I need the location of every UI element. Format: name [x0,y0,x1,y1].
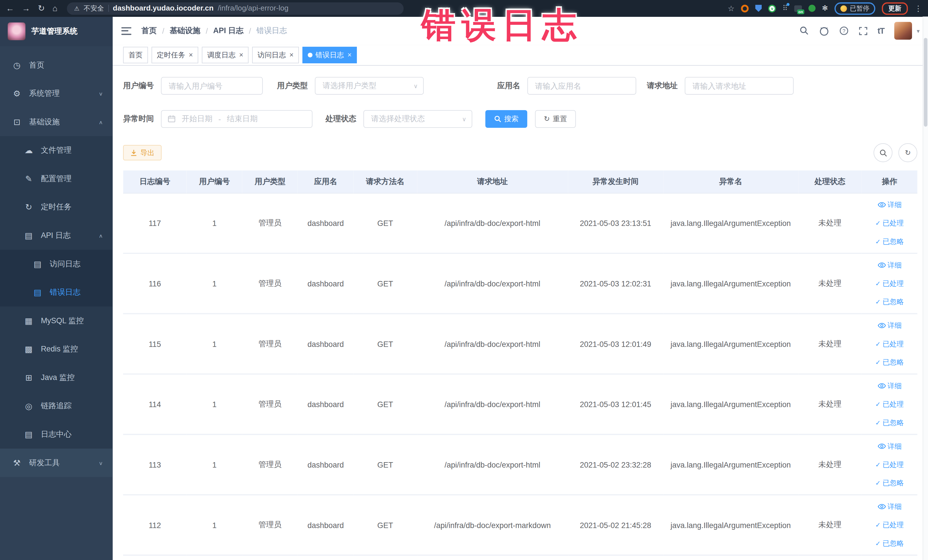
menu-label: 日志中心 [41,429,72,439]
action-label: 详细 [887,381,902,391]
sidebar-item-log-center[interactable]: ▤ 日志中心 [0,420,112,449]
error-log-icon: ▤ [32,288,43,297]
app-logo-row[interactable]: 芋道管理系统 [0,17,112,46]
extension-paw-icon[interactable]: ✻ [822,4,828,12]
user-avatar[interactable] [894,22,912,40]
detail-link[interactable]: 详细 [878,260,902,270]
search-icon[interactable] [799,26,809,35]
sidebar-item-error-log[interactable]: ▤ 错误日志 [0,278,112,307]
eye-icon [878,504,886,510]
breadcrumb-api-log[interactable]: API 日志 [213,25,243,36]
sidebar-item-dev-tools[interactable]: ⚒ 研发工具 ∨ [0,449,112,477]
extension-green-icon[interactable]: v [768,5,776,12]
reset-button[interactable]: ↻ 重置 [535,110,576,128]
sidebar-item-java[interactable]: ⊞ Java 监控 [0,363,112,392]
cloud-icon: ☁ [24,145,34,155]
close-icon[interactable]: × [239,51,243,58]
sidebar-item-trace[interactable]: ◎ 链路追踪 [0,392,112,420]
user-type-select[interactable]: 请选择用户类型 ∨ [315,77,424,95]
browser-menu-icon[interactable]: ⋮ [914,4,922,12]
mark-processed-link[interactable]: ✓ 已处理 [875,399,904,409]
scrollbar-track[interactable] [923,17,928,560]
sidebar-item-home[interactable]: ◷ 首页 [0,51,112,79]
chevron-icon: ∨ [99,460,103,465]
extension-grid-icon[interactable]: ⠿ [783,4,788,12]
mark-ignored-link[interactable]: ✓ 已忽略 [875,478,904,488]
search-button[interactable]: 搜索 [485,110,527,128]
mark-ignored-link[interactable]: ✓ 已忽略 [875,357,904,367]
breadcrumb-home[interactable]: 首页 [142,25,157,36]
sidebar-item-access-log[interactable]: ▤ 访问日志 [0,250,112,278]
sidebar-item-mysql[interactable]: ▦ MySQL 监控 [0,307,112,335]
url-bar[interactable]: ⚠ 不安全 dashboard.yudao.iocoder.cn/infra/l… [67,2,404,15]
font-size-icon[interactable]: tT [878,26,884,35]
forward-icon[interactable]: → [22,4,30,12]
check-icon: ✓ [875,400,881,408]
sidebar-item-config[interactable]: ✎ 配置管理 [0,165,112,193]
hamburger-icon[interactable] [121,27,131,35]
detail-link[interactable]: 详细 [878,441,902,451]
close-icon[interactable]: × [290,51,294,58]
github-icon[interactable] [819,26,829,36]
mark-ignored-link[interactable]: ✓ 已忽略 [875,297,904,307]
cell-log-id: 113 [123,435,187,495]
avatar-caret-icon[interactable]: ▾ [917,27,919,34]
mark-ignored-link[interactable]: ✓ 已忽略 [875,418,904,428]
range-separator: - [218,114,221,123]
mark-processed-link[interactable]: ✓ 已处理 [875,278,904,288]
close-icon[interactable]: × [348,51,352,58]
request-url-input[interactable] [685,77,794,95]
mark-processed-link[interactable]: ✓ 已处理 [875,218,904,228]
bookmark-star-icon[interactable]: ☆ [728,4,734,12]
detail-link[interactable]: 详细 [878,502,902,511]
detail-link[interactable]: 详细 [878,381,902,391]
tab-job-log[interactable]: 调度日志 × [202,47,249,63]
tab-error-log[interactable]: 错误日志 × [302,47,357,63]
browser-update-button[interactable]: 更新 [882,2,908,15]
tab-access-log[interactable]: 访问日志 × [252,47,299,63]
help-icon[interactable]: ? [839,26,849,35]
paused-extension-pill[interactable]: 已暂停 [835,2,875,15]
export-button[interactable]: 导出 [123,145,162,160]
extension-orange-icon[interactable] [741,5,749,12]
detail-link[interactable]: 详细 [878,320,902,330]
sidebar-item-redis[interactable]: ▩ Redis 监控 [0,335,112,363]
sidebar-item-system[interactable]: ⚙ 系统管理 ∨ [0,79,112,108]
toggle-search-button[interactable] [873,143,892,162]
tab-job[interactable]: 定时任务 × [151,47,198,63]
scrollbar-thumb[interactable] [924,38,927,127]
home-icon[interactable]: ⌂ [52,4,58,12]
sidebar-item-api-log[interactable]: ▤ API 日志 ∧ [0,221,112,250]
cell-exception: java.lang.IllegalArgumentException [663,495,798,555]
mark-ignored-link[interactable]: ✓ 已忽略 [875,237,904,246]
date-range-picker[interactable]: 开始日期 - 结束日期 [161,110,312,128]
menu-label: Redis 监控 [41,344,78,354]
sidebar-item-file[interactable]: ☁ 文件管理 [0,136,112,165]
mark-processed-link[interactable]: ✓ 已处理 [875,520,904,530]
chevron-icon: ∨ [99,91,103,96]
menu-label: 首页 [29,60,44,70]
filter-row-2: 异常时间 开始日期 - 结束日期 处理状态 请选择处理状态 ∨ 搜索 [123,110,917,128]
tab-home[interactable]: 首页 [123,47,148,63]
process-status-select[interactable]: 请选择处理状态 ∨ [363,110,472,128]
mark-ignored-link[interactable]: ✓ 已忽略 [875,538,904,548]
menu-label: Java 监控 [41,372,75,383]
extension-plant-icon[interactable] [809,5,816,12]
back-icon[interactable]: ← [6,4,14,12]
reload-icon[interactable]: ↻ [38,4,45,12]
sidebar-item-infra[interactable]: ⊡ 基础设施 ∧ [0,108,112,136]
app-name-input[interactable] [527,77,636,95]
mark-processed-link[interactable]: ✓ 已处理 [875,459,904,470]
breadcrumb-infra[interactable]: 基础设施 [170,25,200,36]
refresh-table-button[interactable]: ↻ [898,143,917,162]
close-icon[interactable]: × [189,51,193,58]
gear-icon: ⚙ [12,89,22,98]
sidebar-item-job[interactable]: ↻ 定时任务 [0,193,112,221]
url-divider [108,5,109,12]
detail-link[interactable]: 详细 [878,200,902,210]
extension-switch-icon[interactable]: on [794,5,802,12]
user-id-input[interactable] [161,77,263,95]
fullscreen-icon[interactable] [859,26,867,35]
mark-processed-link[interactable]: ✓ 已处理 [875,339,904,349]
extension-shield-icon[interactable] [755,5,762,12]
